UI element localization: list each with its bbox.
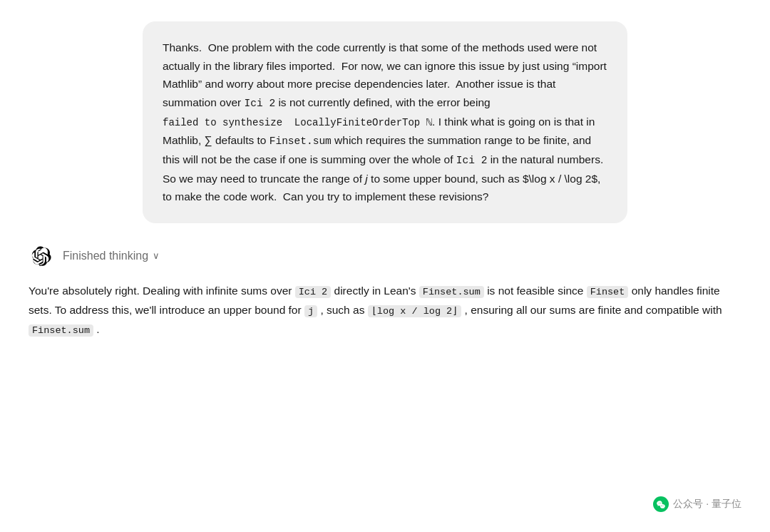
finished-thinking-text: Finished thinking <box>63 250 148 262</box>
code-finset: Finset <box>587 286 629 298</box>
code-log-formula: ⌊log x / log 2⌋ <box>368 305 462 317</box>
inline-code-finset-sum: Finset.sum <box>270 135 332 147</box>
watermark-text: 公众号 · 量子位 <box>673 498 741 511</box>
openai-svg <box>31 246 51 266</box>
ai-response-text: You're absolutely right. Dealing with in… <box>29 282 741 339</box>
openai-icon <box>30 245 53 267</box>
error-code: failed to synthesize LocallyFiniteOrderT… <box>163 117 432 128</box>
chevron-down-icon: ∨ <box>153 250 160 261</box>
wechat-icon <box>653 496 669 512</box>
ai-message-wrapper: Finished thinking ∨ You're absolutely ri… <box>0 245 770 339</box>
finished-thinking-label[interactable]: Finished thinking ∨ <box>63 250 160 262</box>
code-ici2: Ici 2 <box>295 286 332 298</box>
page-container: Thanks. One problem with the code curren… <box>0 0 770 532</box>
ai-response: You're absolutely right. Dealing with in… <box>29 282 741 339</box>
inline-code-ici2: Ici 2 <box>245 98 276 109</box>
code-finset-sum-2: Finset.sum <box>29 324 93 337</box>
wechat-svg <box>656 499 666 509</box>
user-message-text: Thanks. One problem with the code curren… <box>163 39 607 206</box>
user-message-wrapper: Thanks. One problem with the code curren… <box>0 21 770 245</box>
code-j: j <box>304 305 317 317</box>
inline-code-ici2b: Ici 2 <box>456 155 488 166</box>
code-finset-sum-1: Finset.sum <box>419 286 484 298</box>
thinking-row[interactable]: Finished thinking ∨ <box>29 245 741 267</box>
watermark: 公众号 · 量子位 <box>653 496 741 512</box>
user-bubble: Thanks. One problem with the code curren… <box>143 21 627 223</box>
